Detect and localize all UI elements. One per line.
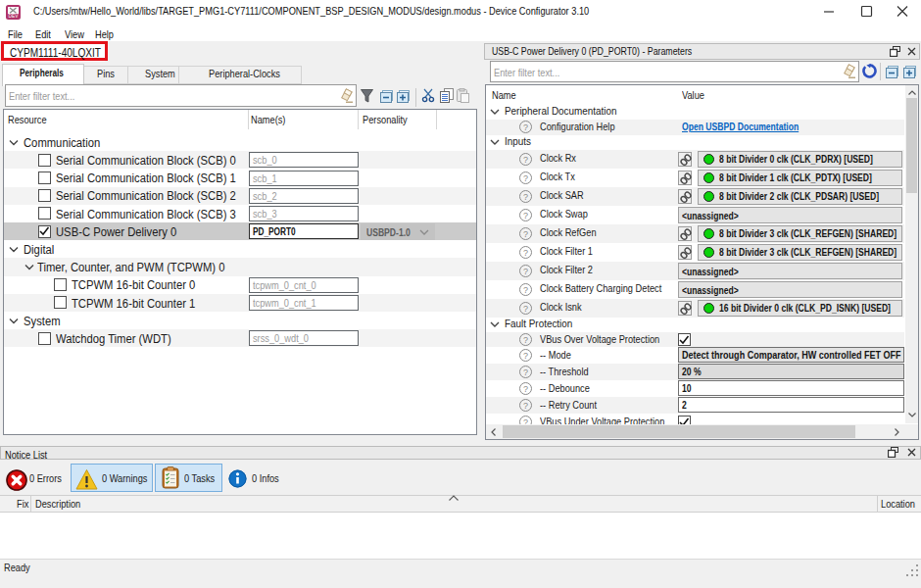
svg-text:DEV: DEV xyxy=(9,14,20,19)
